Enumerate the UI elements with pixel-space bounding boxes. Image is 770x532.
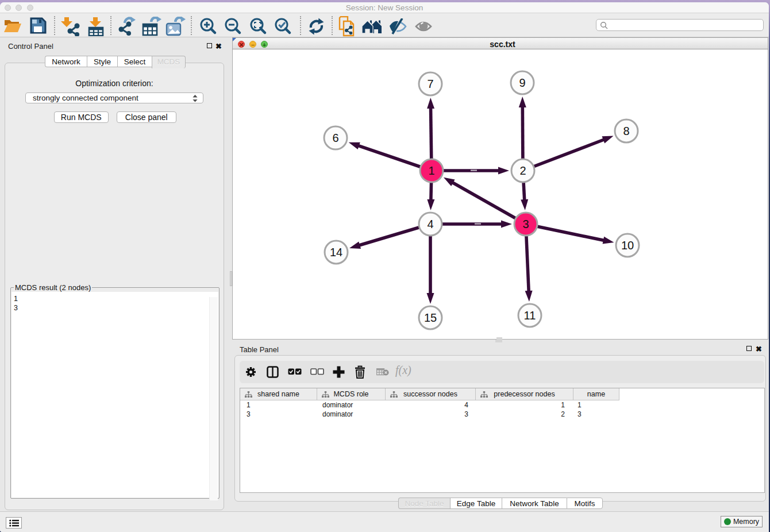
svg-text:10: 10 [621,239,634,252]
svg-text:14: 14 [330,246,342,259]
svg-text:7: 7 [427,78,433,90]
svg-text:4: 4 [427,218,433,230]
svg-text:3: 3 [522,218,529,230]
svg-text:6: 6 [332,132,338,144]
svg-text:8: 8 [623,125,629,137]
svg-text:15: 15 [424,311,437,324]
svg-text:1: 1 [428,164,434,177]
svg-text:9: 9 [519,76,525,89]
svg-text:11: 11 [524,309,536,322]
svg-text:2: 2 [519,164,526,177]
